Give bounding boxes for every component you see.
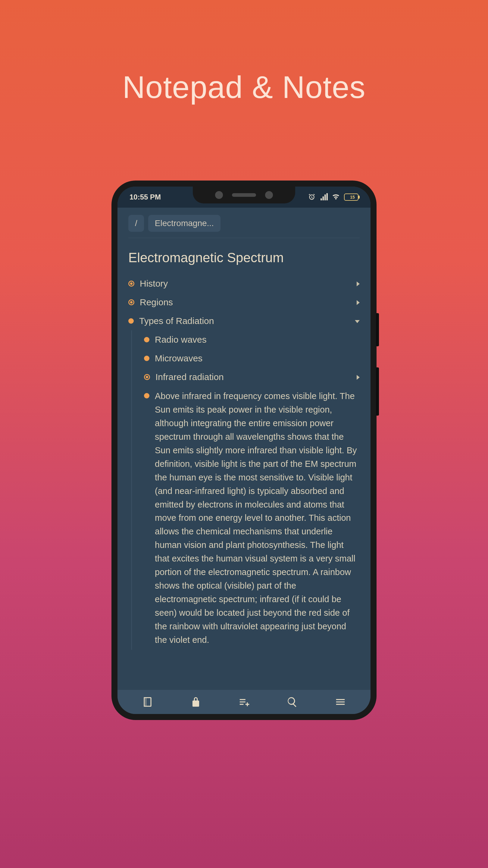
notch-camera-left (215, 191, 223, 199)
breadcrumb-current[interactable]: Electromagne... (148, 215, 221, 232)
bullet-icon (144, 337, 150, 342)
phone-notch (193, 187, 295, 204)
notch-camera-right (265, 191, 273, 199)
outline-item-history[interactable]: History (128, 274, 360, 293)
outline-item-visible-para[interactable]: Above infrared in frequency comes visibl… (144, 386, 360, 650)
notebook-icon[interactable] (142, 696, 153, 708)
chevron-right-icon (357, 375, 360, 380)
phone-side-button-2 (376, 367, 379, 415)
add-list-icon[interactable] (238, 696, 250, 708)
wifi-icon (332, 193, 340, 201)
bullet-icon (144, 355, 150, 361)
bottom-toolbar (118, 690, 370, 714)
status-time: 10:55 PM (130, 193, 161, 201)
bullet-collapsible-icon (128, 299, 134, 305)
outline-item-label: History (140, 277, 351, 290)
bullet-icon (144, 393, 150, 398)
chevron-down-icon (355, 320, 360, 323)
hero-title: Notepad & Notes (122, 69, 365, 105)
outline-item-label: Infrared radiation (156, 371, 351, 383)
breadcrumb: / Electromagne... (128, 208, 360, 238)
outline-paragraph: Above infrared in frequency comes visibl… (155, 390, 360, 647)
outline-item-regions[interactable]: Regions (128, 293, 360, 312)
phone-screen: 10:55 PM 15 / Electromagne... Electromag… (118, 187, 370, 714)
signal-icon (320, 193, 328, 201)
phone-frame: 10:55 PM 15 / Electromagne... Electromag… (111, 181, 377, 720)
phone-side-button-1 (376, 313, 379, 346)
outline-item-radio[interactable]: Radio waves (144, 330, 360, 349)
battery-icon: 15 (344, 193, 358, 201)
bullet-collapsible-icon (128, 281, 134, 287)
outline: History Regions Types of Radiation Radio… (118, 274, 370, 650)
outline-nested-types: Radio waves Microwaves Infrared radiatio… (131, 330, 360, 650)
note-title: Electromagnetic Spectrum (118, 238, 370, 274)
bullet-icon (128, 318, 134, 324)
notch-speaker (232, 193, 256, 197)
outline-item-microwaves[interactable]: Microwaves (144, 349, 360, 368)
search-icon[interactable] (287, 696, 298, 708)
outline-item-label: Microwaves (155, 352, 360, 365)
outline-item-types[interactable]: Types of Radiation (128, 312, 360, 330)
chevron-right-icon (357, 300, 360, 305)
battery-level: 15 (346, 195, 359, 199)
chevron-right-icon (357, 281, 360, 286)
outline-item-label: Radio waves (155, 333, 360, 346)
outline-item-infrared[interactable]: Infrared radiation (144, 368, 360, 386)
breadcrumb-root[interactable]: / (128, 215, 144, 232)
menu-icon[interactable] (335, 696, 346, 708)
alarm-icon (308, 193, 316, 201)
bullet-collapsible-icon (144, 374, 150, 380)
lock-icon[interactable] (190, 696, 201, 708)
outline-item-label: Regions (140, 296, 351, 309)
outline-item-label: Types of Radiation (139, 315, 350, 327)
